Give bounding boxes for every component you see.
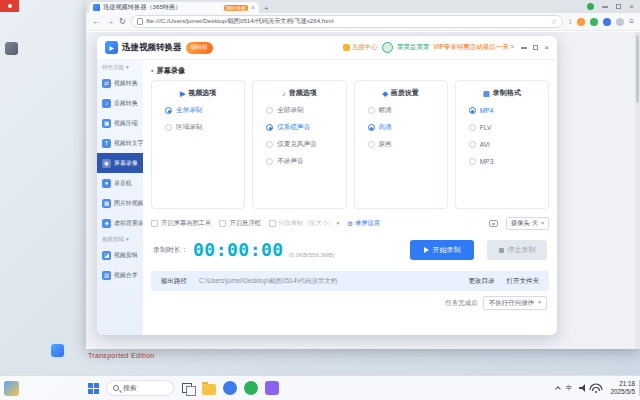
chevron-down-icon: ▾ bbox=[126, 65, 129, 71]
app-close-button[interactable]: × bbox=[544, 44, 549, 52]
sidebar-item-video-edit[interactable]: ◪ 视频剪辑 bbox=[97, 245, 143, 265]
extension-icon[interactable] bbox=[603, 18, 611, 26]
start-record-button[interactable]: 开始录制 bbox=[410, 240, 474, 260]
radio-icon bbox=[469, 158, 476, 165]
tab-close-icon[interactable]: × bbox=[251, 4, 255, 11]
checkbox-floating-box[interactable]: 开启悬浮框 bbox=[219, 219, 260, 228]
vip-promo-link[interactable]: VIP专享特惠活动最后一天 > bbox=[433, 43, 514, 52]
start-button[interactable] bbox=[88, 383, 99, 394]
record-settings-link[interactable]: ⚙ 录屏设置 bbox=[347, 219, 380, 228]
change-directory-button[interactable]: 更改目录 bbox=[469, 277, 495, 286]
checkbox-draw-tool[interactable]: 开启屏幕画图工具 bbox=[151, 219, 211, 228]
radio-no-sound[interactable]: 不录声音 bbox=[253, 153, 345, 170]
record-size-info: (0.0KB/556.3MB) bbox=[289, 252, 335, 258]
checkbox-icon bbox=[269, 220, 276, 227]
window-close-button[interactable]: × bbox=[629, 3, 634, 11]
browser-app-icon[interactable] bbox=[223, 381, 237, 395]
open-folder-button[interactable]: 打开文件夹 bbox=[507, 277, 540, 286]
app-maximize-button[interactable] bbox=[533, 45, 538, 50]
taskbar-search[interactable]: 搜索 bbox=[106, 380, 174, 396]
browser-tab[interactable]: 迅捷视频转换器（365特惠） 限时特惠 × bbox=[89, 2, 259, 13]
sidebar-item-video-merge[interactable]: ▥ 视频合并 bbox=[97, 265, 143, 285]
app-icon[interactable] bbox=[265, 381, 279, 395]
taskbar-clock[interactable]: 21:18 2025/5/5 bbox=[610, 380, 635, 396]
browser-toolbar: ← → ↻ file:///C:/Users/jumei/Desktop/截图0… bbox=[86, 13, 640, 31]
download-icon[interactable]: ↓ bbox=[568, 17, 572, 26]
radio-format-mp4[interactable]: MP4 bbox=[456, 102, 548, 119]
after-task-dropdown[interactable]: 不执行任何操作 ▾ bbox=[483, 296, 547, 310]
sidebar-item-screen-record[interactable]: ◉ 屏幕录像 bbox=[97, 153, 143, 173]
video-compress-icon: ▣ bbox=[102, 119, 111, 128]
play-icon bbox=[424, 247, 429, 253]
sidebar-item-video-compress[interactable]: ▣ 视频压缩 bbox=[97, 113, 143, 133]
task-view-icon[interactable] bbox=[181, 381, 195, 395]
radio-standard-quality[interactable]: 标清 bbox=[355, 102, 447, 119]
privilege-button[interactable]: 领特权 bbox=[186, 42, 213, 54]
search-label: 搜索 bbox=[123, 383, 137, 393]
sidebar-item-video-convert[interactable]: ⇄ 视频转换 bbox=[97, 73, 143, 93]
screen-record-panel: ▪ 屏幕录像 ▶ 视频选项 bbox=[143, 60, 557, 335]
chat-app-icon[interactable] bbox=[244, 381, 258, 395]
video-convert-icon: ⇄ bbox=[102, 79, 111, 88]
sidebar-section-editing[interactable]: 视频剪辑 ▾ bbox=[97, 233, 143, 245]
redeem-center-button[interactable]: 兑换中心 bbox=[343, 43, 378, 52]
radio-icon bbox=[266, 141, 273, 148]
scrollbar-thumb[interactable] bbox=[636, 35, 639, 103]
tray-status-icons[interactable] bbox=[578, 383, 604, 393]
address-bar[interactable]: file:///C:/Users/jumei/Desktop/截图0514/代码… bbox=[131, 15, 563, 28]
desktop: Transported Edition 迅捷视频转换器（365特惠） 限时特惠 … bbox=[0, 0, 640, 400]
sidebar-item-voice-recorder[interactable]: ● 录音机 bbox=[97, 173, 143, 193]
sidebar-item-audio-convert[interactable]: ♪ 音频转换 bbox=[97, 93, 143, 113]
bookmark-star-icon[interactable]: ☆ bbox=[551, 18, 557, 26]
radio-system-sound-only[interactable]: 仅系统声音 bbox=[253, 119, 345, 136]
forward-icon[interactable]: → bbox=[106, 17, 115, 26]
stop-icon bbox=[499, 248, 504, 253]
checkbox-icon bbox=[151, 220, 158, 227]
radio-format-mp3[interactable]: MP3 bbox=[456, 153, 548, 170]
back-icon[interactable]: ← bbox=[92, 17, 101, 26]
video-options-icon: ▶ bbox=[180, 90, 185, 97]
tab-title: 迅捷视频转换器（365特惠） bbox=[103, 3, 221, 12]
app-logo-icon: ▶ bbox=[105, 41, 118, 54]
window-minimize-button[interactable] bbox=[602, 6, 608, 8]
radio-fullscreen-record[interactable]: 全屏录制 bbox=[152, 102, 244, 119]
camera-dropdown[interactable]: 摄像头·关 ▾ bbox=[506, 217, 549, 230]
radio-region-record[interactable]: 区域录制 bbox=[152, 119, 244, 136]
browser-profile-avatar[interactable] bbox=[616, 18, 624, 26]
radio-high-quality[interactable]: 高清 bbox=[355, 119, 447, 136]
radio-record-all-audio[interactable]: 全部录制 bbox=[253, 102, 345, 119]
app-minimize-button[interactable] bbox=[521, 47, 527, 49]
sidebar-item-picture-to-video[interactable]: ▦ 图片转视频 bbox=[97, 193, 143, 213]
window-maximize-button[interactable] bbox=[616, 4, 621, 9]
new-tab-button[interactable]: + bbox=[264, 5, 269, 13]
extension-icon[interactable] bbox=[577, 18, 585, 26]
page-scrollbar[interactable] bbox=[635, 32, 640, 349]
sidebar-item-video-to-text[interactable]: T 视频转文字 bbox=[97, 133, 143, 153]
browser-safety-icon[interactable] bbox=[587, 3, 594, 10]
radio-mic-only[interactable]: 仅麦克风声音 bbox=[253, 136, 345, 153]
radio-original-quality[interactable]: 原画 bbox=[355, 136, 447, 153]
clock-time: 21:18 bbox=[610, 380, 635, 388]
camera-icon bbox=[489, 220, 498, 227]
tray-expand-icon[interactable] bbox=[555, 386, 561, 392]
stop-record-button[interactable]: 停止录制 bbox=[487, 240, 547, 260]
language-indicator[interactable]: 中 bbox=[566, 384, 573, 393]
radio-format-avi[interactable]: AVI bbox=[456, 136, 548, 153]
refresh-icon[interactable]: ↻ bbox=[119, 17, 126, 26]
radio-format-flv[interactable]: FLV bbox=[456, 119, 548, 136]
file-explorer-icon[interactable] bbox=[202, 384, 216, 395]
user-avatar[interactable] bbox=[382, 42, 393, 53]
bullet-icon: ▪ bbox=[151, 67, 153, 74]
sidebar-section-features[interactable]: 特色功能 ▾ bbox=[97, 61, 143, 73]
desktop-icon[interactable] bbox=[5, 42, 18, 55]
app-window: ▶ 迅捷视频转换器 领特权 兑换中心 菜菜是菜菜 VIP专享特惠活动最后一天 >… bbox=[97, 36, 557, 335]
recording-indicator-badge[interactable] bbox=[0, 0, 19, 12]
widgets-icon[interactable] bbox=[4, 381, 19, 396]
output-path-label: 输出路径 bbox=[161, 277, 187, 286]
extension-icon[interactable] bbox=[590, 18, 598, 26]
username[interactable]: 菜菜是菜菜 bbox=[397, 43, 430, 52]
browser-menu-icon[interactable]: ≡ bbox=[629, 17, 634, 26]
sidebar-item-virtual-background[interactable]: ◈ 虚拟背景录像 bbox=[97, 213, 143, 233]
radio-icon bbox=[266, 158, 273, 165]
desktop-icon[interactable] bbox=[51, 344, 64, 357]
